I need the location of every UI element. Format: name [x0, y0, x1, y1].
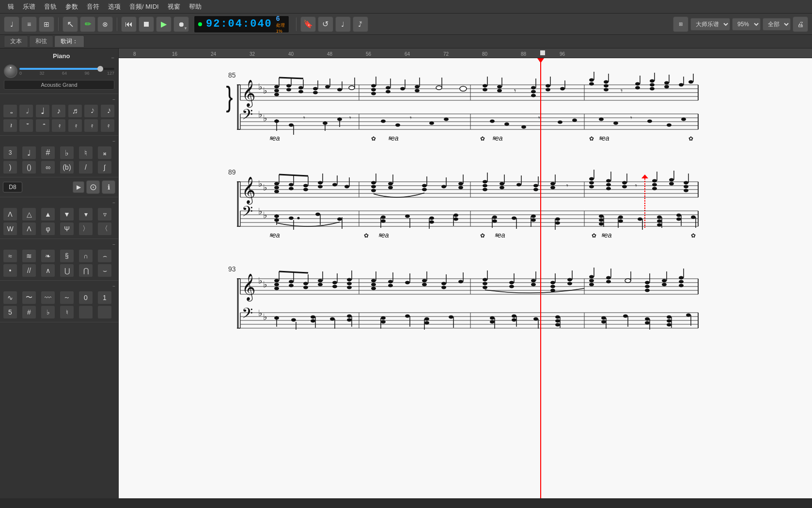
palette-close-4[interactable]: −: [112, 242, 115, 247]
tab-lyrics[interactable]: 歌词：: [54, 35, 84, 48]
acc-natural[interactable]: ♮: [78, 146, 93, 159]
dot-slash[interactable]: //: [22, 264, 36, 277]
zoom-full-select[interactable]: 全部: [763, 18, 791, 31]
wave-1b[interactable]: 1: [97, 291, 112, 304]
duration-quarter[interactable]: ♩: [35, 104, 50, 118]
spec-paren[interactable]: ): [3, 160, 17, 174]
note-tool-button[interactable]: ♩: [4, 16, 19, 32]
dot-cap[interactable]: ⋂: [78, 264, 93, 277]
duration-16th[interactable]: ♬: [68, 104, 82, 118]
cursor-tool-button[interactable]: ↖: [62, 16, 78, 32]
list-tool-button[interactable]: ≡: [21, 16, 37, 32]
line-wavy[interactable]: ≈: [3, 249, 17, 263]
record-button[interactable]: ⏺ ▼: [173, 16, 189, 32]
print-button[interactable]: 🖨: [793, 16, 808, 32]
rest-3[interactable]: 𝄼: [35, 119, 50, 132]
spec-flat-paren[interactable]: (b): [60, 160, 74, 174]
score-canvas[interactable]: 85 } 𝄞 ♭ ♭: [119, 58, 812, 498]
play-button[interactable]: ▶: [156, 16, 172, 32]
artic-arrow-down[interactable]: ▾: [78, 207, 93, 221]
duration-32nd[interactable]: 𝅘𝅥𝅮: [84, 104, 98, 118]
dot-smile[interactable]: ⌣: [97, 264, 112, 277]
pencil-tool-button[interactable]: ✏: [80, 16, 95, 32]
wave-3[interactable]: 〰: [41, 291, 55, 304]
acc-3[interactable]: 3: [3, 146, 17, 159]
loop-tool-button[interactable]: ↺: [318, 16, 333, 32]
menu-window[interactable]: 视窗: [164, 1, 184, 12]
acc-sharp[interactable]: #: [41, 146, 55, 159]
grid-tool-button[interactable]: ⊞: [39, 16, 54, 32]
acc-flat[interactable]: ♭: [60, 146, 74, 159]
palette-close-2[interactable]: −: [112, 139, 115, 144]
dot-cup[interactable]: ⋃: [60, 264, 74, 277]
spec-flatb[interactable]: ♭: [41, 305, 55, 319]
wave-0[interactable]: 0: [78, 291, 93, 304]
line-section[interactable]: §: [60, 249, 74, 263]
rewind-button[interactable]: ⏮: [121, 16, 137, 32]
dyn-extra[interactable]: 〈: [97, 222, 112, 236]
volume-knob[interactable]: [4, 64, 17, 78]
eraser-tool-button[interactable]: ⊗: [97, 16, 113, 32]
menu-options[interactable]: 选项: [104, 1, 125, 12]
spec-integral[interactable]: ∫: [97, 160, 112, 174]
line-triple-wave[interactable]: ≋: [22, 249, 36, 263]
acc-dot[interactable]: ♩: [22, 146, 36, 159]
dot-caret[interactable]: ∧: [41, 264, 55, 277]
menu-param[interactable]: 参数: [62, 1, 82, 12]
marker-tool-button[interactable]: 🔖: [300, 16, 316, 32]
spec-slash[interactable]: /: [78, 160, 93, 174]
spec-paren-both[interactable]: (): [22, 160, 36, 174]
wave-2[interactable]: 〜: [22, 291, 36, 304]
menu-help[interactable]: 帮助: [185, 1, 205, 12]
stop-button[interactable]: ⏹: [139, 16, 154, 32]
duration-eighth[interactable]: ♪: [51, 104, 66, 118]
rest-4[interactable]: 𝄿: [51, 119, 66, 132]
spec-empty2[interactable]: [97, 305, 112, 319]
dot-1[interactable]: •: [3, 264, 17, 277]
dyn-phi[interactable]: φ: [41, 222, 55, 236]
spec-hash[interactable]: #: [22, 305, 36, 319]
instrument-type[interactable]: Acoustic Grand: [4, 80, 114, 90]
volume-slider-track[interactable]: [19, 68, 114, 70]
dyn-w[interactable]: W: [3, 222, 17, 236]
spec-5[interactable]: 5: [3, 305, 17, 319]
volume-slider-thumb[interactable]: [97, 66, 103, 72]
palette-close-3[interactable]: −: [112, 200, 115, 206]
info-icon-btn[interactable]: ℹ: [102, 180, 115, 194]
rest-1[interactable]: 𝄽: [3, 119, 17, 132]
duration-half[interactable]: 𝅗𝅥: [19, 104, 33, 118]
artic-accent[interactable]: Λ: [3, 207, 17, 221]
wave-4[interactable]: ～: [60, 291, 74, 304]
menu-edit[interactable]: 辑: [4, 1, 18, 12]
duration-64th[interactable]: 𝅘𝅥𝅯: [100, 104, 115, 118]
line-ornament[interactable]: ❧: [41, 249, 55, 263]
spec-empty[interactable]: [78, 305, 93, 319]
artic-filled-down[interactable]: ▼: [60, 207, 74, 221]
acc-double-sharp[interactable]: 𝄪: [97, 146, 112, 159]
rest-6[interactable]: 𝄿: [84, 119, 98, 132]
note-input-button[interactable]: ♩: [335, 16, 351, 32]
tab-text[interactable]: 文本: [4, 35, 28, 48]
menu-score[interactable]: 乐谱: [19, 1, 39, 12]
rest-5[interactable]: 𝄿: [68, 119, 82, 132]
dyn-psi[interactable]: Ψ: [60, 222, 74, 236]
instrument-panel-close[interactable]: −: [111, 55, 114, 61]
dyn-angle[interactable]: 〉: [78, 222, 93, 236]
arrow-right-btn[interactable]: ▶: [73, 181, 84, 193]
spec-inf[interactable]: ∞: [41, 160, 55, 174]
menu-audio-midi[interactable]: 音频/ MIDI: [125, 1, 163, 12]
zoom-level-select[interactable]: 95%: [732, 18, 761, 31]
dyn-v[interactable]: Λ: [22, 222, 36, 236]
wave-1[interactable]: ∿: [3, 291, 17, 304]
tab-chord[interactable]: 和弦: [29, 35, 53, 48]
artic-triangle-up[interactable]: △: [22, 207, 36, 221]
score-layout-button[interactable]: ⊞: [673, 16, 688, 32]
artic-extra[interactable]: ▿: [97, 207, 112, 221]
articulation-button[interactable]: ♪̈: [353, 16, 368, 32]
palette-close-5[interactable]: −: [112, 284, 115, 289]
step-icon-btn[interactable]: ⊙: [86, 180, 100, 194]
artic-filled-up[interactable]: ▲: [41, 207, 55, 221]
duration-whole[interactable]: 𝅝: [3, 104, 17, 118]
rest-7[interactable]: 𝄿: [100, 119, 115, 132]
menu-note[interactable]: 音符: [83, 1, 103, 12]
